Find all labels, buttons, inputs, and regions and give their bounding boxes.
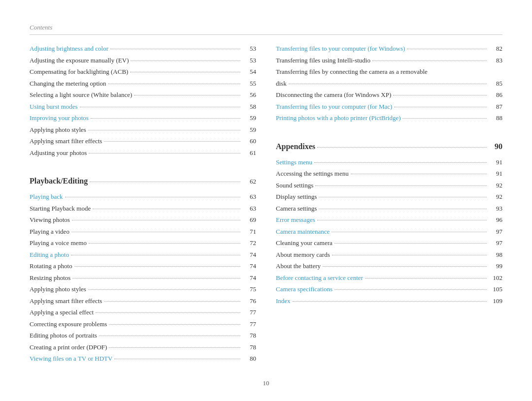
toc-entry: Sound settings92 [276, 181, 502, 190]
contents-header: Contents [30, 24, 502, 31]
toc-dots [131, 61, 240, 61]
toc-entry: Transferring files using Intelli-studio8… [276, 56, 502, 65]
toc-label: Adjusting brightness and color [30, 44, 108, 54]
toc-label: Selecting a light source (White balance) [30, 90, 132, 100]
toc-entry: Editing photos of portraits78 [30, 331, 256, 340]
toc-dots [110, 49, 240, 49]
toc-entry: Changing the metering option55 [30, 79, 256, 89]
toc-label: Display settings [276, 192, 317, 202]
toc-page: 72 [242, 238, 256, 248]
toc-page: 56 [242, 90, 256, 100]
toc-page: 53 [242, 56, 256, 65]
appendixes-page: 90 [489, 141, 502, 153]
toc-label: Adjusting the exposure manually (EV) [30, 56, 129, 65]
toc-page: 54 [242, 67, 256, 77]
toc-dots [88, 130, 240, 130]
toc-dots [394, 107, 487, 107]
toc-entry: Playing a video71 [30, 227, 256, 237]
toc-dots [315, 185, 487, 186]
toc-label: About memory cards [276, 250, 330, 260]
toc-label: Rotating a photo [30, 261, 72, 271]
toc-label: Creating a print order (DPOF) [30, 342, 107, 352]
toc-label: Sound settings [276, 181, 313, 190]
toc-dots [372, 61, 487, 61]
toc-entry: Transferring files to your computer (for… [276, 102, 502, 112]
toc-entry: Viewing files on a TV or HDTV80 [30, 354, 256, 364]
toc-entry: Compensating for backlighting (ACB)54 [30, 67, 256, 77]
toc-dots [74, 266, 240, 267]
toc-dots [334, 243, 487, 244]
toc-dots [332, 255, 487, 255]
toc-entry: Creating a print order (DPOF)78 [30, 342, 256, 352]
toc-entry: disk85 [276, 79, 502, 89]
toc-label: disk [276, 79, 287, 89]
toc-dots [114, 359, 240, 359]
toc-dots [71, 255, 240, 255]
toc-page: 97 [489, 238, 502, 248]
toc-page: 109 [489, 296, 502, 306]
toc-dots [88, 289, 240, 290]
toc-label: Camera settings [276, 204, 317, 214]
toc-label: Camera maintenance [276, 227, 330, 237]
toc-dots [65, 197, 240, 197]
toc-label: Viewing photos [30, 215, 70, 225]
toc-dots [93, 209, 240, 209]
toc-label: Disconnecting the camera (for Windows XP… [276, 90, 391, 100]
toc-page: 80 [242, 354, 256, 364]
toc-entry: Applying smart filter effects60 [30, 136, 256, 146]
toc-entry: Camera settings93 [276, 204, 502, 214]
toc-label: Editing photos of portraits [30, 331, 97, 340]
toc-page: 60 [242, 136, 256, 146]
page-number: 10 [263, 379, 269, 387]
toc-page: 88 [489, 113, 502, 123]
toc-dots [402, 118, 487, 119]
toc-page: 105 [489, 284, 502, 294]
toc-label: About the battery [276, 261, 321, 271]
toc-entry: About the battery99 [276, 261, 502, 271]
toc-page: 59 [242, 113, 256, 123]
toc-entry: Applying photo styles75 [30, 284, 256, 294]
toc-entry: Using burst modes58 [30, 102, 256, 112]
toc-entry: Resizing photos74 [30, 273, 256, 283]
toc-entry: Transferring files by connecting the cam… [276, 67, 502, 77]
toc-label: Playing back [30, 192, 63, 202]
toc-dots [319, 197, 487, 197]
page: Contents Adjusting brightness and color5… [0, 0, 532, 401]
toc-entry: Adjusting the exposure manually (EV)53 [30, 56, 256, 65]
toc-entry: Adjusting brightness and color53 [30, 44, 256, 54]
toc-entry: Applying smart filter effects76 [30, 296, 256, 306]
toc-label: Index [276, 296, 291, 306]
toc-label: Camera specifications [276, 284, 332, 294]
toc-entry: Playing a voice memo72 [30, 238, 256, 248]
toc-label: Adjusting your photos [30, 148, 87, 158]
toc-page: 102 [489, 273, 502, 283]
toc-page: 53 [242, 44, 256, 54]
toc-entry: Before contacting a service center102 [276, 273, 502, 283]
toc-page: 58 [242, 102, 256, 112]
toc-page: 59 [242, 125, 256, 135]
toc-entry: Printing photos with a photo printer (Pi… [276, 113, 502, 123]
toc-dots [351, 174, 487, 174]
toc-dots [393, 95, 487, 95]
toc-page: 61 [242, 148, 256, 158]
toc-entry: Accessing the settings menu91 [276, 169, 502, 179]
toc-label: Transferring files to your computer (for… [276, 44, 405, 54]
toc-dots [104, 141, 240, 142]
toc-dots [319, 209, 487, 209]
toc-label: Resizing photos [30, 273, 70, 283]
toc-dots [108, 84, 240, 84]
toc-page: 85 [489, 79, 502, 89]
toc-dots [293, 301, 487, 302]
toc-page: 75 [242, 284, 256, 294]
playback-entries: Playing back63Starting Playback mode63Vi… [30, 192, 256, 364]
two-column-layout: Adjusting brightness and color53Adjustin… [30, 44, 502, 366]
toc-dots [109, 347, 240, 348]
toc-page: 74 [242, 261, 256, 271]
toc-label: Applying a special effect [30, 308, 94, 317]
toc-label: Settings menu [276, 157, 312, 167]
toc-label: Viewing files on a TV or HDTV [30, 354, 112, 364]
toc-dots [99, 336, 240, 336]
left-column: Adjusting brightness and color53Adjustin… [30, 44, 256, 366]
toc-label: Transferring files by connecting the cam… [276, 67, 428, 77]
toc-dots [96, 312, 240, 313]
